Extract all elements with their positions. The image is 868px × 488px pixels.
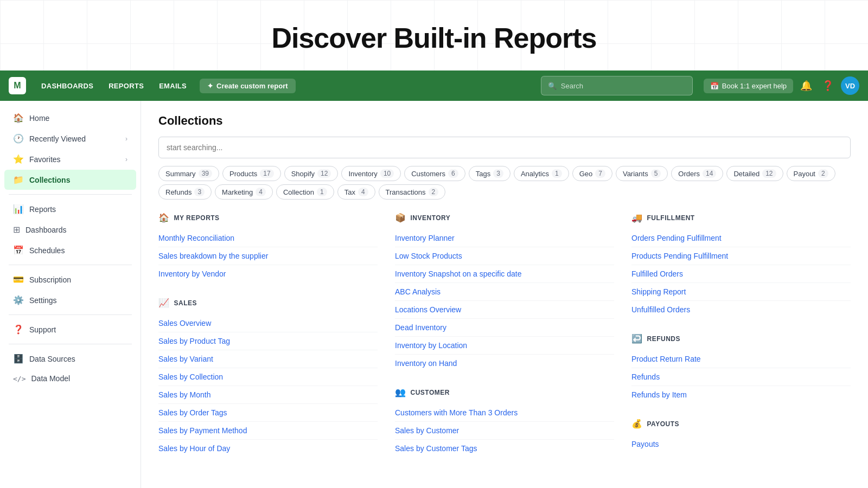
sidebar-divider-1 <box>9 194 132 195</box>
sidebar-item-subscription[interactable]: 💳 Subscription <box>4 269 136 290</box>
section-title-refunds: REFUNDS <box>647 335 681 343</box>
report-column-col3: 🚚FULFILLMENTOrders Pending FulfillmentPr… <box>631 213 851 472</box>
report-link-low-stock-products[interactable]: Low Stock Products <box>395 247 614 265</box>
report-link-monthly-reconciliation[interactable]: Monthly Reconciliation <box>158 229 378 247</box>
user-avatar[interactable]: VD <box>841 76 859 95</box>
report-link-inventory-by-vendor[interactable]: Inventory by Vendor <box>158 265 378 282</box>
filter-tab-products[interactable]: Products17 <box>222 166 281 181</box>
book-expert-button[interactable]: 📅 Book 1:1 expert help <box>704 79 793 93</box>
report-link-unfulfilled-orders[interactable]: Unfulfilled Orders <box>631 301 851 318</box>
nav-emails[interactable]: EMAILS <box>152 79 193 93</box>
sidebar-item-favorites[interactable]: ⭐ Favorites › <box>4 149 136 169</box>
report-link-orders-pending-fulfillment[interactable]: Orders Pending Fulfillment <box>631 229 851 247</box>
report-link-sales-by-month[interactable]: Sales by Month <box>158 386 378 404</box>
report-link-inventory-snapshot-on-a-specific-date[interactable]: Inventory Snapshot on a specific date <box>395 265 614 283</box>
filter-tab-variants[interactable]: Variants5 <box>616 166 668 181</box>
filter-tab-label: Tags <box>476 170 490 178</box>
create-custom-report-button[interactable]: ✦ Create custom report <box>200 79 295 93</box>
filter-tab-label: Analytics <box>521 170 549 178</box>
collections-search[interactable] <box>158 137 851 158</box>
sidebar-item-support[interactable]: ❓ Support <box>4 319 136 339</box>
filter-tab-customers[interactable]: Customers6 <box>404 166 465 181</box>
filter-tab-count: 12 <box>762 169 776 178</box>
section-title-fulfillment: FULFILLMENT <box>647 214 695 222</box>
filter-tab-label: Refunds <box>165 188 192 196</box>
sidebar-item-settings[interactable]: ⚙️ Settings <box>4 290 136 310</box>
report-link-refunds-by-item[interactable]: Refunds by Item <box>631 386 851 403</box>
report-link-products-pending-fulfillment[interactable]: Products Pending Fulfillment <box>631 247 851 265</box>
filter-tab-shopify[interactable]: Shopify12 <box>284 166 339 181</box>
filter-tab-tags[interactable]: Tags3 <box>469 166 510 181</box>
settings-icon: ⚙️ <box>13 295 24 305</box>
report-link-sales-by-hour-of-day[interactable]: Sales by Hour of Day <box>158 440 378 457</box>
sidebar-item-data-sources[interactable]: 🗄️ Data Sources <box>4 349 136 369</box>
main-layout: 🏠 Home 🕐 Recently Viewed › ⭐ Favorites ›… <box>0 101 868 488</box>
section-icon-inventory: 📦 <box>395 213 406 223</box>
schedules-icon: 📅 <box>13 245 24 255</box>
sidebar-item-home[interactable]: 🏠 Home <box>4 108 136 128</box>
sidebar-data-model-label: Data Model <box>31 374 70 383</box>
subscription-icon: 💳 <box>13 274 24 285</box>
filter-tab-refunds[interactable]: Refunds3 <box>158 184 212 200</box>
section-header-my-reports: 🏠MY REPORTS <box>158 213 378 223</box>
report-link-sales-breakdown-by-the-supplier[interactable]: Sales breakdown by the supplier <box>158 247 378 265</box>
nav-logo[interactable]: M <box>9 77 26 94</box>
report-link-sales-by-customer[interactable]: Sales by Customer <box>395 422 614 440</box>
notifications-button[interactable]: 🔔 <box>797 77 815 94</box>
report-link-customers-with-more-than-3-orders[interactable]: Customers with More Than 3 Orders <box>395 404 614 422</box>
sidebar-item-collections[interactable]: 📁 Collections <box>4 170 136 190</box>
report-link-inventory-planner[interactable]: Inventory Planner <box>395 229 614 247</box>
filter-tab-summary[interactable]: Summary39 <box>158 166 219 181</box>
report-column-col2: 📦INVENTORYInventory PlannerLow Stock Pro… <box>395 213 614 472</box>
search-input[interactable]: 🔍 Search <box>541 76 693 95</box>
filter-tab-count: 2 <box>818 169 828 178</box>
report-link-sales-by-collection[interactable]: Sales by Collection <box>158 368 378 386</box>
filter-tab-collection[interactable]: Collection1 <box>276 184 334 200</box>
filter-tab-label: Summary <box>165 170 196 178</box>
filter-tab-tax[interactable]: Tax4 <box>337 184 375 200</box>
help-button[interactable]: ❓ <box>819 77 837 94</box>
filter-tab-label: Collection <box>283 188 314 196</box>
report-link-dead-inventory[interactable]: Dead Inventory <box>395 319 614 337</box>
sidebar-item-schedules[interactable]: 📅 Schedules <box>4 240 136 260</box>
section-header-payouts: 💰PAYOUTS <box>631 419 851 429</box>
report-link-product-return-rate[interactable]: Product Return Rate <box>631 350 851 368</box>
nav-right: 📅 Book 1:1 expert help 🔔 ❓ VD <box>704 76 859 95</box>
filter-tab-geo[interactable]: Geo7 <box>572 166 612 181</box>
nav-dashboards[interactable]: DASHBOARDS <box>35 79 100 93</box>
report-link-sales-by-order-tags[interactable]: Sales by Order Tags <box>158 404 378 422</box>
sidebar-item-data-model[interactable]: </> Data Model <box>4 369 136 388</box>
chevron-right-icon: › <box>125 135 127 143</box>
filter-tab-inventory[interactable]: Inventory10 <box>341 166 401 181</box>
report-link-fulfilled-orders[interactable]: Fulfilled Orders <box>631 265 851 283</box>
report-link-locations-overview[interactable]: Locations Overview <box>395 301 614 319</box>
sidebar-item-recently-viewed[interactable]: 🕐 Recently Viewed › <box>4 129 136 149</box>
section-icon-payouts: 💰 <box>631 419 643 429</box>
report-link-refunds[interactable]: Refunds <box>631 368 851 386</box>
sidebar-divider-3 <box>9 314 132 315</box>
filter-tab-count: 3 <box>194 188 205 196</box>
report-link-sales-overview[interactable]: Sales Overview <box>158 314 378 332</box>
filter-tab-analytics[interactable]: Analytics1 <box>514 166 569 181</box>
folder-icon: 📁 <box>13 175 24 185</box>
filter-tab-count: 17 <box>260 169 273 178</box>
filter-tab-detailed[interactable]: Detailed12 <box>726 166 783 181</box>
report-link-abc-analysis[interactable]: ABC Analysis <box>395 283 614 301</box>
report-link-inventory-on-hand[interactable]: Inventory on Hand <box>395 355 614 372</box>
filter-tab-transactions[interactable]: Transactions2 <box>379 184 446 200</box>
report-link-payouts[interactable]: Payouts <box>631 435 851 453</box>
sidebar-subscription-label: Subscription <box>29 275 71 284</box>
sidebar-item-dashboards[interactable]: ⊞ Dashboards <box>4 220 136 240</box>
sidebar-item-reports[interactable]: 📊 Reports <box>4 199 136 219</box>
report-link-shipping-report[interactable]: Shipping Report <box>631 283 851 301</box>
nav-reports[interactable]: REPORTS <box>102 79 150 93</box>
filter-tab-payout[interactable]: Payout2 <box>787 166 835 181</box>
report-link-sales-by-variant[interactable]: Sales by Variant <box>158 350 378 368</box>
report-link-sales-by-payment-method[interactable]: Sales by Payment Method <box>158 422 378 440</box>
report-section-payouts: 💰PAYOUTSPayouts <box>631 419 851 453</box>
filter-tab-marketing[interactable]: Marketing4 <box>215 184 273 200</box>
filter-tab-orders[interactable]: Orders14 <box>671 166 723 181</box>
report-link-sales-by-customer-tags[interactable]: Sales by Customer Tags <box>395 440 614 457</box>
report-link-sales-by-product-tag[interactable]: Sales by Product Tag <box>158 332 378 350</box>
report-link-inventory-by-location[interactable]: Inventory by Location <box>395 337 614 355</box>
